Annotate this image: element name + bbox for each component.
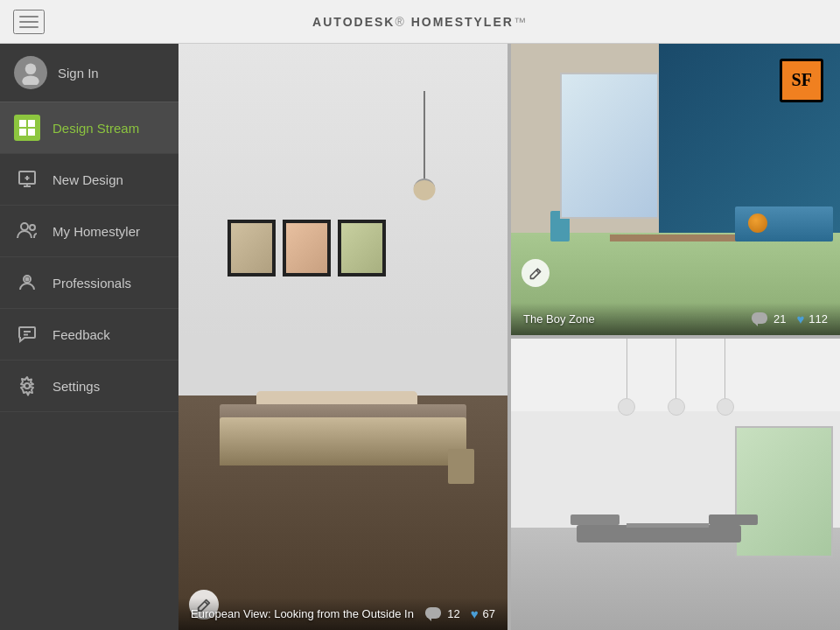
sidebar-item-new-design[interactable]: New Design (0, 154, 178, 206)
hamburger-button[interactable] (13, 10, 45, 34)
feedback-svg (17, 324, 38, 345)
comment-stat-bedroom: 12 (425, 607, 459, 621)
title-prefix: AUTODESK (312, 15, 395, 29)
sidebar-item-label-design-stream: Design Stream (52, 121, 139, 136)
svg-rect-22 (752, 312, 767, 324)
design-card-livingroom[interactable] (511, 339, 840, 630)
settings-icon (14, 373, 40, 399)
nightstand (448, 449, 474, 484)
like-stat-bedroom: ♥ 67 (471, 606, 495, 621)
svg-point-1 (22, 76, 39, 86)
title-suffix: HOMESTYLER (411, 15, 514, 29)
sidebar-user[interactable]: Sign In (0, 44, 178, 102)
card-title-bedroom: European View: Looking from the Outside … (191, 607, 425, 620)
livingroom-scene (511, 339, 840, 630)
like-count-boyzone: 112 (808, 312, 828, 326)
main-content: European View: Looking from the Outside … (178, 44, 840, 630)
lr-window (735, 426, 834, 557)
like-count-bedroom: 67 (483, 607, 495, 620)
svg-rect-2 (19, 120, 26, 127)
card-bottom-bar-bedroom: European View: Looking from the Outside … (178, 598, 508, 630)
sidebar-item-design-stream[interactable]: Design Stream (0, 102, 178, 154)
sign-in-label: Sign In (58, 66, 99, 80)
lr-table (626, 523, 709, 528)
svg-point-14 (26, 278, 29, 281)
feedback-icon (14, 321, 40, 347)
sf-logo: SF (780, 59, 823, 102)
sidebar-item-label-settings: Settings (52, 379, 100, 394)
lr-pendant1 (626, 339, 627, 400)
gear-icon (17, 375, 38, 396)
pictures-row (228, 220, 386, 276)
bed (220, 417, 466, 466)
design-stream-active-icon (14, 115, 40, 141)
sidebar-item-label-my-homestyler: My Homestyler (52, 224, 140, 239)
comment-icon (425, 607, 443, 621)
design-card-boyzone[interactable]: SF The Boy Zone (511, 44, 840, 335)
sidebar-item-feedback[interactable]: Feedback (0, 309, 178, 360)
design-card-bedroom[interactable]: European View: Looking from the Outside … (178, 44, 508, 630)
avatar (14, 56, 47, 89)
bed-base (220, 417, 466, 466)
lamp-shade (414, 178, 436, 200)
new-design-icon (14, 166, 40, 192)
picture-frame-1 (228, 220, 276, 276)
card-stats-boyzone: 21 ♥ 112 (752, 312, 828, 326)
new-design-svg (17, 169, 38, 190)
person-icon (17, 220, 38, 242)
svg-point-12 (30, 225, 35, 230)
svg-marker-23 (754, 323, 758, 326)
svg-point-11 (21, 223, 28, 230)
lr-chair2 (709, 514, 758, 525)
grid-icon (18, 119, 36, 136)
bedroom-scene (178, 44, 508, 630)
svg-rect-4 (19, 129, 26, 136)
lr-chair1 (570, 514, 620, 525)
sidebar-item-my-homestyler[interactable]: My Homestyler (0, 206, 178, 257)
my-homestyler-icon (14, 218, 40, 244)
card-title-boyzone: The Boy Zone (523, 312, 752, 326)
badge-icon (17, 272, 38, 293)
user-icon (18, 60, 43, 85)
lr-shade2 (668, 398, 685, 416)
lr-shade3 (717, 398, 734, 416)
app-header: AUTODESK® HOMESTYLER™ (0, 0, 840, 44)
boyzone-window (560, 73, 659, 219)
pencil-icon-boyzone (528, 266, 542, 280)
card-stats-bedroom: 12 ♥ 67 (425, 606, 495, 621)
lr-shade1 (618, 398, 635, 416)
edit-button-boyzone[interactable] (522, 259, 550, 287)
picture-frame-2 (283, 220, 331, 276)
hamburger-bar (19, 16, 38, 18)
professionals-icon (14, 270, 40, 296)
lr-pendant2 (676, 339, 676, 400)
svg-point-0 (25, 64, 37, 75)
hamburger-bar (19, 26, 38, 28)
sidebar-item-professionals[interactable]: Professionals (0, 257, 178, 309)
sidebar: Sign In Design Stream (0, 44, 178, 630)
card-bottom-bar-boyzone: The Boy Zone 21 ♥ 112 (511, 303, 840, 335)
picture-frame-3 (338, 220, 386, 276)
svg-rect-5 (28, 129, 35, 136)
svg-marker-20 (428, 618, 431, 621)
comment-stat-boyzone: 21 (752, 312, 786, 326)
svg-point-17 (24, 383, 30, 388)
sidebar-item-settings[interactable]: Settings (0, 360, 178, 412)
lamp-pendant (424, 91, 425, 178)
sidebar-item-label-new-design: New Design (52, 172, 123, 187)
lr-pendant3 (724, 339, 725, 400)
comment-count-bedroom: 12 (447, 607, 459, 620)
comment-icon-boyzone (752, 312, 769, 326)
svg-rect-19 (425, 607, 441, 619)
boyzone-scene: SF (511, 44, 840, 335)
design-stream-icon-wrapper (14, 115, 40, 141)
comment-count-boyzone: 21 (774, 312, 786, 326)
sidebar-item-label-professionals: Professionals (52, 276, 131, 290)
app-title: AUTODESK® HOMESTYLER™ (312, 15, 528, 29)
hamburger-bar (19, 21, 38, 23)
heart-icon-boyzone: ♥ (796, 312, 804, 326)
heart-icon-bedroom: ♥ (471, 606, 479, 621)
sidebar-item-label-feedback: Feedback (52, 327, 110, 342)
like-stat-boyzone: ♥ 112 (796, 312, 828, 326)
svg-rect-3 (28, 120, 35, 127)
